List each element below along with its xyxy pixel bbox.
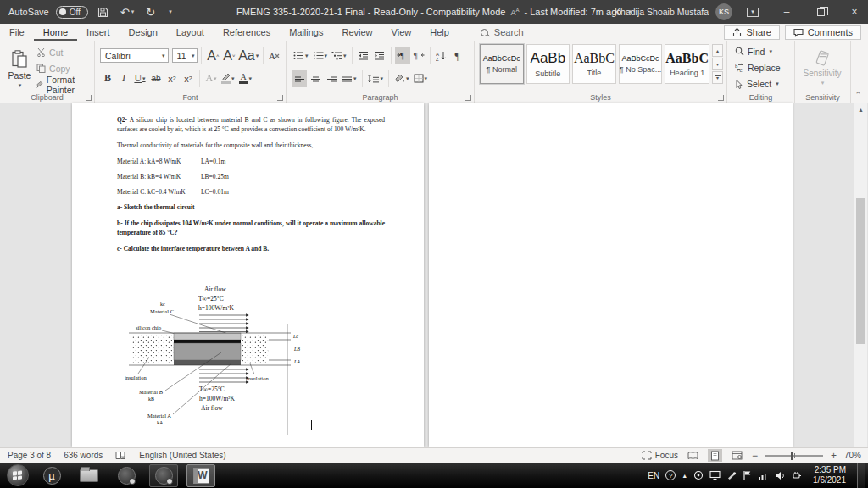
clear-formatting-button[interactable]: A [267,47,282,64]
taskbar-utorrent-icon[interactable]: µ [37,464,66,487]
minimize-button[interactable]: – [773,0,800,24]
style-subtitle[interactable]: AaBb Subtitle [526,44,570,84]
vertical-scrollbar[interactable]: ▲ [854,103,867,447]
grow-font-button[interactable]: A˄ [205,47,220,64]
tray-help-icon[interactable]: ? [665,470,676,480]
tab-home[interactable]: Home [34,24,77,41]
proofing-status-icon[interactable] [115,451,126,460]
tray-language[interactable]: EN [648,471,659,480]
bold-button[interactable]: B [100,70,115,87]
restore-button[interactable] [807,0,834,24]
paste-button[interactable]: Paste ▾ [5,44,34,92]
superscript-button[interactable]: x2 [181,70,196,87]
find-button[interactable]: Find ▾ [732,44,791,58]
read-mode-button[interactable] [686,449,700,462]
word-count[interactable]: 636 words [64,451,103,460]
increase-indent-button[interactable] [372,47,387,64]
tray-clock[interactable]: 2:35 PM 1/6/2021 [808,465,851,485]
font-family-select[interactable]: Calibri ▾ [100,48,169,63]
scroll-up-icon[interactable]: ▲ [854,103,867,116]
select-button[interactable]: Select ▾ [732,77,791,92]
tray-action-center-flag-icon[interactable] [743,470,752,480]
align-right-button[interactable] [324,70,339,87]
styles-scroll-up-icon[interactable]: ▴ [712,44,723,57]
customize-qat-icon[interactable]: ▾ [166,8,175,15]
tab-insert[interactable]: Insert [77,24,120,41]
cut-button[interactable]: Cut [34,44,91,60]
multilevel-list-button[interactable]: ▾ [330,47,348,64]
show-desktop-button[interactable] [857,463,865,488]
font-color-button[interactable]: A ▾ [237,70,254,87]
print-layout-button[interactable] [708,449,722,462]
tray-network-icon[interactable] [758,471,769,480]
bullets-button[interactable]: ▾ [292,47,310,64]
decrease-indent-button[interactable] [356,47,371,64]
accessibility-icon[interactable]: AA [510,8,519,17]
styles-scroll-down-icon[interactable]: ▾ [712,58,723,70]
zoom-slider[interactable] [765,455,823,457]
taskbar-word-icon[interactable]: W [186,464,215,487]
style-normal[interactable]: AaBbCcDc ¶ Normal [480,44,524,84]
last-modified[interactable]: - Last Modified: 7m ago [524,7,621,17]
collapse-ribbon-icon[interactable]: ⌃ [854,91,861,99]
tab-review[interactable]: Review [333,24,382,41]
language-indicator[interactable]: English (United States) [139,451,225,460]
line-spacing-button[interactable]: ▾ [366,70,386,87]
zoom-slider-thumb[interactable] [791,452,793,460]
tab-file[interactable]: File [0,24,34,41]
taskbar-explorer-icon[interactable] [75,464,103,487]
document-page-3[interactable]: Q2- A silicon chip is located between ma… [72,103,424,447]
zoom-in-button[interactable]: + [831,450,837,462]
text-effects-button[interactable]: A▾ [203,70,219,87]
replace-button[interactable]: bc Replace [732,60,791,75]
numbering-button[interactable]: ▾ [311,47,330,64]
tray-display-icon[interactable] [709,470,721,480]
tab-design[interactable]: Design [120,24,167,41]
align-center-button[interactable] [308,70,323,87]
document-page-4[interactable] [429,103,793,447]
taskbar-browser-icon[interactable] [149,464,178,487]
tray-volume-icon[interactable] [775,471,786,480]
save-icon[interactable] [95,7,111,18]
zoom-level[interactable]: 70% [844,451,861,460]
strikethrough-button[interactable]: ab [148,70,164,87]
underline-button[interactable]: U▾ [132,70,147,87]
shrink-font-button[interactable]: A˅ [221,47,236,64]
subscript-button[interactable]: x2 [164,70,180,87]
close-button[interactable]: × [841,0,868,24]
borders-button[interactable]: ▾ [412,70,430,87]
style-heading1[interactable]: AaBbC Heading 1 [665,44,709,84]
tray-power-icon[interactable] [792,470,802,480]
tab-help[interactable]: Help [420,24,459,41]
tab-view[interactable]: View [382,24,421,41]
font-size-select[interactable]: 11 ▾ [172,48,198,63]
change-case-button[interactable]: Aa▾ [237,47,259,64]
tray-device-icon[interactable] [726,470,737,480]
start-button[interactable] [7,464,29,486]
tray-hidden-icons-chevron[interactable]: ▲ [682,473,687,479]
tab-references[interactable]: References [214,24,280,41]
autosave-toggle[interactable]: Off [56,6,88,19]
tray-update-icon[interactable] [693,470,704,480]
ribbon-display-options-icon[interactable]: ▾ [739,0,766,24]
tab-layout[interactable]: Layout [167,24,214,41]
justify-button[interactable]: ▾ [340,70,359,87]
web-layout-button[interactable] [730,449,744,462]
redo-icon[interactable]: ↻ [143,6,158,19]
show-formatting-marks-button[interactable]: ¶ [450,47,465,64]
rtl-direction-button[interactable]: ¶ [411,47,426,64]
sort-button[interactable]: AZ [434,47,449,64]
undo-icon[interactable]: ↶▾ [118,6,136,19]
taskbar-media-player-icon[interactable] [112,464,141,487]
focus-button[interactable]: Focus [642,451,678,460]
avatar[interactable]: KS [715,3,732,20]
format-painter-button[interactable]: Format Painter [34,76,91,92]
align-left-button[interactable] [292,70,307,87]
comments-button[interactable]: Comments [785,25,861,40]
shading-button[interactable]: ▾ [392,70,411,87]
zoom-out-button[interactable]: − [752,450,758,462]
styles-more-icon[interactable]: ▾ [712,71,723,84]
tab-mailings[interactable]: Mailings [280,24,332,41]
italic-button[interactable]: I [116,70,131,87]
style-no-spacing[interactable]: AaBbCcDc ¶ No Spac... [619,44,663,84]
